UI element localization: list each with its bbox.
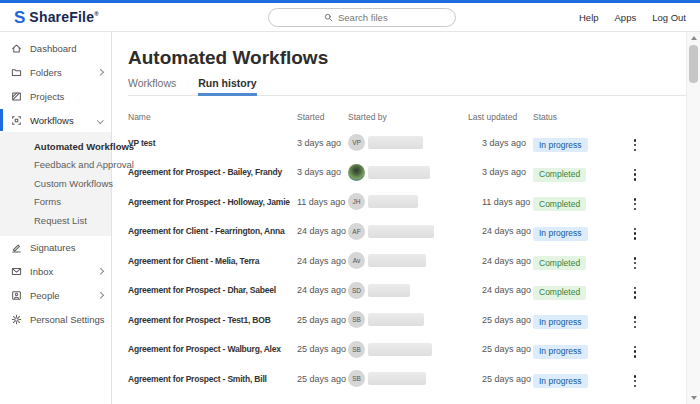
help-link[interactable]: Help	[579, 12, 599, 23]
started-time: 25 days ago	[297, 344, 348, 354]
column-header-last-updated: Last updated	[468, 112, 533, 122]
status-badge: In progress	[533, 374, 588, 388]
scrollbar-up-arrow[interactable]	[687, 32, 700, 44]
avatar-initials: Av	[353, 257, 360, 264]
avatar-initials: SD	[352, 287, 361, 294]
workflow-name: Agreement for Prospect - Walburg, Alex	[128, 344, 297, 354]
started-by-cell: VP	[348, 134, 468, 151]
started-time: 25 days ago	[297, 374, 348, 384]
sharefile-logo[interactable]: S ShareFile®	[14, 9, 99, 26]
avatar: Av	[348, 252, 365, 269]
tab-run-history[interactable]: Run history	[198, 78, 256, 95]
table-row[interactable]: Agreement for Client - Fearrington, Anna…	[128, 217, 686, 247]
sidebar-item-people[interactable]: People	[0, 284, 111, 308]
kebab-menu-icon[interactable]	[628, 373, 642, 389]
avatar-initials: AF	[352, 228, 360, 235]
started-by-name-redacted	[368, 195, 418, 208]
table-row[interactable]: Agreement for Client - Melia, Terra 24 d…	[128, 246, 686, 276]
sidebar-item-dashboard[interactable]: Dashboard	[0, 36, 111, 60]
workflow-name: Agreement for Client - Melia, Terra	[128, 256, 297, 266]
started-by-name-redacted	[368, 136, 423, 149]
sharefile-s-icon: S	[14, 9, 25, 26]
kebab-menu-icon[interactable]	[628, 285, 642, 301]
table-row[interactable]: Agreement for Prospect - Dhar, Sabeel 24…	[128, 276, 686, 306]
workflow-name: Agreement for Client - Fearrington, Anna	[128, 226, 297, 236]
scrollbar-down-arrow[interactable]	[687, 392, 700, 404]
workflow-name: Agreement for Prospect - Holloway, Jamie	[128, 197, 297, 207]
table-row[interactable]: Agreement for Prospect - Walburg, Alex 2…	[128, 335, 686, 365]
chevron-right-icon	[97, 268, 103, 274]
sidebar-item-label: Signatures	[30, 242, 75, 253]
sidebar-subitem-automated-workflows[interactable]: Automated Workflows	[0, 137, 111, 156]
workflow-name: Agreement for Prospect - Bailey, Frandy	[128, 167, 297, 177]
started-by-name-redacted	[368, 313, 424, 326]
page-title: Automated Workflows	[128, 48, 686, 68]
started-time: 24 days ago	[297, 226, 348, 236]
search-bar[interactable]	[268, 8, 456, 27]
started-by-cell: Av	[348, 252, 468, 269]
chevron-right-icon	[97, 292, 103, 298]
sidebar-subitem-feedback-and-approval[interactable]: Feedback and Approval	[0, 156, 111, 175]
tab-bar: Workflows Run history	[128, 78, 686, 96]
scrollbar-thumb[interactable]	[689, 45, 698, 83]
vertical-scrollbar[interactable]	[686, 32, 700, 404]
started-time: 25 days ago	[297, 315, 348, 325]
avatar-initials: SB	[352, 316, 361, 323]
sidebar-item-projects[interactable]: Projects	[0, 84, 111, 108]
apps-link[interactable]: Apps	[615, 12, 637, 23]
logout-link[interactable]: Log Out	[652, 12, 686, 23]
started-by-name-redacted	[368, 254, 426, 267]
kebab-menu-icon[interactable]	[628, 196, 642, 212]
inbox-icon	[11, 266, 22, 277]
started-by-name-redacted	[368, 343, 432, 356]
avatar-initials: VP	[352, 139, 361, 146]
started-time: 24 days ago	[297, 285, 348, 295]
last-updated-time: 24 days ago	[468, 256, 533, 266]
sidebar-item-label: Folders	[30, 67, 62, 78]
sidebar-item-personal-settings[interactable]: Personal Settings	[0, 308, 111, 332]
kebab-menu-icon[interactable]	[628, 167, 642, 183]
sidebar-item-label: Dashboard	[30, 43, 76, 54]
sidebar-subitem-custom-workflows[interactable]: Custom Workflows	[0, 174, 111, 193]
started-by-cell: SB	[348, 341, 468, 358]
sidebar-subitem-forms[interactable]: Forms	[0, 193, 111, 212]
kebab-menu-icon[interactable]	[628, 314, 642, 330]
column-header-started: Started	[297, 112, 348, 122]
table-row[interactable]: Agreement for Prospect - Test1, BOB 25 d…	[128, 305, 686, 335]
projects-icon	[11, 91, 22, 102]
sidebar-item-signatures[interactable]: Signatures	[0, 236, 111, 260]
sidebar-item-inbox[interactable]: Inbox	[0, 260, 111, 284]
main-content: Automated Workflows Workflows Run histor…	[112, 32, 700, 404]
tab-workflows[interactable]: Workflows	[128, 78, 176, 95]
avatar: VP	[348, 134, 365, 151]
search-input[interactable]	[338, 12, 400, 23]
avatar-photo	[348, 164, 365, 181]
avatar: SB	[348, 311, 365, 328]
table-row[interactable]: Agreement for Prospect - Smith, Bill 25 …	[128, 364, 686, 394]
sidebar-subitem-request-list[interactable]: Request List	[0, 211, 111, 230]
sidebar-item-workflows[interactable]: Workflows	[0, 108, 111, 132]
avatar: JH	[348, 193, 365, 210]
avatar: SD	[348, 282, 365, 299]
sidebar-item-label: Projects	[30, 91, 64, 102]
status-badge: In progress	[533, 315, 588, 329]
last-updated-time: 24 days ago	[468, 226, 533, 236]
people-icon	[11, 290, 22, 301]
started-by-cell: SB	[348, 370, 468, 387]
kebab-menu-icon[interactable]	[628, 137, 642, 153]
table-row[interactable]: Agreement for Prospect - Bailey, Frandy …	[128, 158, 686, 188]
kebab-menu-icon[interactable]	[628, 255, 642, 271]
started-time: 3 days ago	[297, 167, 348, 177]
run-history-table: VP test 3 days ago VP 3 days ago In prog…	[128, 128, 686, 394]
kebab-menu-icon[interactable]	[628, 226, 642, 242]
sidebar-item-folders[interactable]: Folders	[0, 60, 111, 84]
status-badge: Completed	[533, 256, 586, 270]
table-row[interactable]: VP test 3 days ago VP 3 days ago In prog…	[128, 128, 686, 158]
started-by-name-redacted	[368, 284, 410, 297]
header-links: Help Apps Log Out	[579, 12, 686, 23]
last-updated-time: 25 days ago	[468, 315, 533, 325]
last-updated-time: 25 days ago	[468, 344, 533, 354]
table-row[interactable]: Agreement for Prospect - Holloway, Jamie…	[128, 187, 686, 217]
chevron-right-icon	[97, 69, 103, 75]
kebab-menu-icon[interactable]	[628, 344, 642, 360]
